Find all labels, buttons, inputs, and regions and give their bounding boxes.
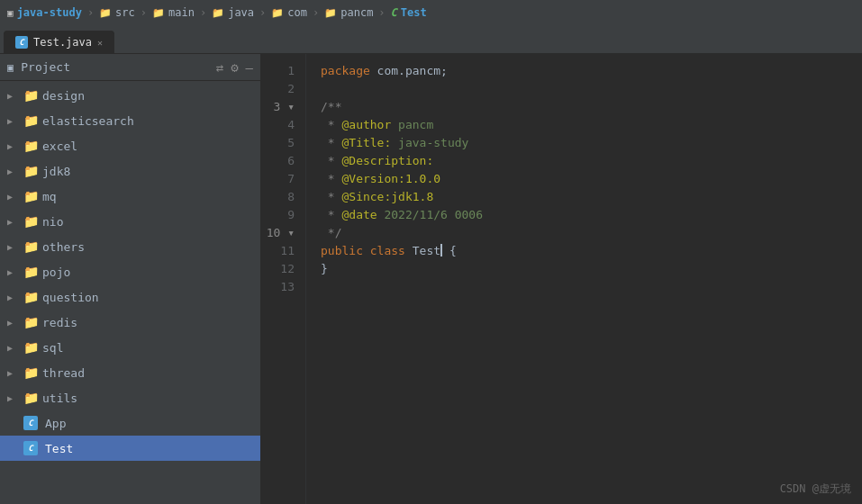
folder-icon-redis: 📁 xyxy=(23,315,39,329)
sidebar-item-excel[interactable]: ▶ 📁 excel xyxy=(0,133,260,158)
tree-arrow-jdk8: ▶ xyxy=(7,166,20,176)
tree-label-pojo: pojo xyxy=(42,266,70,279)
sidebar-item-test[interactable]: C Test xyxy=(0,436,260,461)
code-line-8: * @Since:jdk1.8 xyxy=(321,187,862,205)
folder-icon-elasticsearch: 📁 xyxy=(23,113,39,128)
sidebar-item-others[interactable]: ▶ 📁 others xyxy=(0,234,260,259)
breadcrumb-bar: ▣ java-study › 📁 src › 📁 main › 📁 java ›… xyxy=(0,0,862,25)
line-numbers: 1 2 3 ▾ 4 5 6 7 8 9 10 ▾ 11 12 13 xyxy=(261,54,306,504)
sidebar-item-utils[interactable]: ▶ 📁 utils xyxy=(0,385,260,410)
sidebar-item-pojo[interactable]: ▶ 📁 pojo xyxy=(0,259,260,284)
sidebar-item-sql[interactable]: ▶ 📁 sql xyxy=(0,335,260,360)
folder-icon-question: 📁 xyxy=(23,290,39,304)
sidebar-item-app[interactable]: C App xyxy=(0,410,260,436)
code-line-2 xyxy=(321,79,862,97)
minimize-icon[interactable]: — xyxy=(246,60,253,75)
tree-label-excel: excel xyxy=(42,140,77,153)
sidebar-item-redis[interactable]: ▶ 📁 redis xyxy=(0,310,260,335)
folder-icon-design: 📁 xyxy=(23,88,39,103)
tree-label-test: Test xyxy=(45,442,73,455)
tab-test-java[interactable]: C Test.java ✕ xyxy=(4,31,114,53)
tree-label-thread: thread xyxy=(42,366,85,380)
folder-icon-excel: 📁 xyxy=(23,139,39,153)
sidebar-title: Project xyxy=(21,60,208,74)
tab-label: Test.java xyxy=(33,36,92,49)
editor[interactable]: 1 2 3 ▾ 4 5 6 7 8 9 10 ▾ 11 12 13 packag… xyxy=(261,54,862,504)
bc-src-label[interactable]: src xyxy=(115,6,135,19)
project-panel-icon: ▣ xyxy=(7,61,14,74)
tree-arrow-others: ▶ xyxy=(7,242,20,252)
code-line-3: /** xyxy=(321,97,862,115)
tab-class-icon: C xyxy=(15,36,28,49)
bc-com-label[interactable]: com xyxy=(287,6,307,19)
bc-java-label[interactable]: java xyxy=(228,6,254,19)
folder-icon-thread: 📁 xyxy=(23,365,39,380)
code-line-12: } xyxy=(321,259,862,277)
sidebar-item-nio[interactable]: ▶ 📁 nio xyxy=(0,209,260,234)
tree-arrow-sql: ▶ xyxy=(7,343,20,353)
folder-icon-jdk8: 📁 xyxy=(23,164,39,178)
bc-project-label[interactable]: java-study xyxy=(17,6,82,19)
class-icon-app: C xyxy=(23,416,38,430)
bc-project-icon: ▣ xyxy=(7,7,14,19)
tree-arrow-mq: ▶ xyxy=(7,192,20,202)
folder-icon-nio: 📁 xyxy=(23,214,39,229)
code-line-6: * @Description: xyxy=(321,151,862,169)
folder-icon-mq: 📁 xyxy=(23,189,39,203)
code-line-1: package com.pancm; xyxy=(321,61,862,79)
bc-pancm-icon: 📁 xyxy=(324,7,337,19)
sidebar-item-mq[interactable]: ▶ 📁 mq xyxy=(0,184,260,209)
folder-icon-others: 📁 xyxy=(23,239,39,254)
code-line-10: */ xyxy=(321,223,862,241)
tree-arrow-nio: ▶ xyxy=(7,217,20,227)
code-line-7: * @Version:1.0.0 xyxy=(321,169,862,187)
sidebar: ▣ Project ⇄ ⚙ — ▶ 📁 design ▶ 📁 elasticse… xyxy=(0,54,261,504)
code-line-5: * @Title: java-study xyxy=(321,133,862,151)
tree-arrow-utils: ▶ xyxy=(7,393,20,403)
tree-arrow-design: ▶ xyxy=(7,91,20,101)
bc-main-label[interactable]: main xyxy=(168,6,195,19)
bc-test-icon: C xyxy=(391,6,397,19)
bc-src-icon: 📁 xyxy=(99,7,112,19)
tree-label-app: App xyxy=(45,417,66,430)
sidebar-toolbar: ▣ Project ⇄ ⚙ — xyxy=(0,54,260,81)
folder-icon-utils: 📁 xyxy=(23,391,39,405)
sidebar-item-thread[interactable]: ▶ 📁 thread xyxy=(0,360,260,385)
sync-icon[interactable]: ⇄ xyxy=(216,60,223,75)
code-area[interactable]: package com.pancm; /** * @author pancm *… xyxy=(306,54,862,504)
main-content: ▣ Project ⇄ ⚙ — ▶ 📁 design ▶ 📁 elasticse… xyxy=(0,54,862,504)
code-line-4: * @author pancm xyxy=(321,115,862,133)
tree-arrow-thread: ▶ xyxy=(7,368,20,378)
tree-label-redis: redis xyxy=(42,316,77,329)
tree-arrow-pojo: ▶ xyxy=(7,267,20,277)
tree-arrow-question: ▶ xyxy=(7,292,20,302)
tree-label-design: design xyxy=(42,89,85,103)
tree-label-jdk8: jdk8 xyxy=(42,165,70,178)
tree-label-elasticsearch: elasticsearch xyxy=(42,114,134,128)
bc-test-label[interactable]: Test xyxy=(401,6,427,19)
sidebar-item-jdk8[interactable]: ▶ 📁 jdk8 xyxy=(0,158,260,184)
watermark: CSDN @虚无境 xyxy=(780,482,851,497)
tree-label-mq: mq xyxy=(42,190,57,203)
tree-items: ▶ 📁 design ▶ 📁 elasticsearch ▶ 📁 excel ▶… xyxy=(0,81,260,463)
tab-bar: C Test.java ✕ xyxy=(0,25,862,54)
tree-label-utils: utils xyxy=(42,392,77,405)
code-line-9: * @date 2022/11/6 0006 xyxy=(321,205,862,223)
sidebar-item-design[interactable]: ▶ 📁 design xyxy=(0,83,260,108)
tree-label-nio: nio xyxy=(42,215,63,229)
bc-java-icon: 📁 xyxy=(212,7,224,19)
sidebar-item-elasticsearch[interactable]: ▶ 📁 elasticsearch xyxy=(0,108,260,133)
tree-label-others: others xyxy=(42,240,85,254)
folder-icon-sql: 📁 xyxy=(23,340,39,355)
class-icon-test: C xyxy=(23,441,38,455)
sidebar-item-question[interactable]: ▶ 📁 question xyxy=(0,284,260,310)
settings-icon[interactable]: ⚙ xyxy=(231,60,238,75)
code-line-13 xyxy=(321,277,862,295)
tree-arrow-excel: ▶ xyxy=(7,141,20,151)
tree-label-sql: sql xyxy=(42,341,63,355)
bc-com-icon: 📁 xyxy=(271,7,284,19)
tree-arrow-elasticsearch: ▶ xyxy=(7,116,20,126)
tree-arrow-redis: ▶ xyxy=(7,318,20,328)
bc-pancm-label[interactable]: pancm xyxy=(340,6,373,19)
tab-close-icon[interactable]: ✕ xyxy=(97,38,103,48)
